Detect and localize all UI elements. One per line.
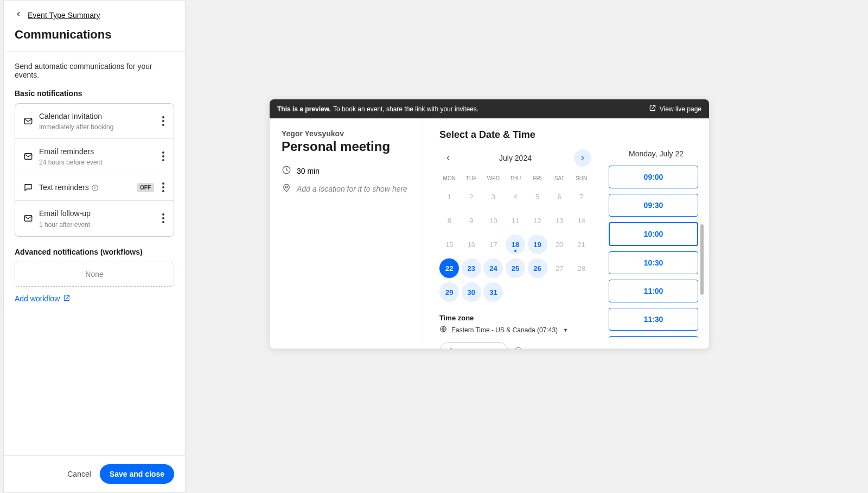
day-of-week-label: TUE xyxy=(462,173,482,184)
globe-icon xyxy=(439,325,447,334)
page-description: Send automatic communications for your e… xyxy=(15,62,174,79)
envelope-icon xyxy=(23,213,34,224)
back-link-label: Event Type Summary xyxy=(28,11,100,20)
timezone-label: Time zone xyxy=(439,314,591,322)
calendar-day: 15 xyxy=(439,235,459,254)
day-of-week-label: MON xyxy=(439,173,459,184)
external-link-icon xyxy=(649,104,656,113)
calendar-day: 10 xyxy=(483,211,503,230)
calendar-day[interactable]: 31 xyxy=(483,282,503,302)
chevron-left-icon xyxy=(15,10,22,20)
day-of-week-label: FRI xyxy=(527,173,547,184)
selected-date-label: Monday, July 22 xyxy=(609,149,704,158)
calendar-day: 16 xyxy=(462,235,481,254)
basic-notifications-label: Basic notifications xyxy=(15,89,174,98)
scrollbar[interactable] xyxy=(700,224,704,295)
back-button[interactable]: Event Type Summary xyxy=(15,10,174,20)
external-link-icon xyxy=(63,294,71,304)
info-icon[interactable] xyxy=(514,346,522,349)
calendar-day: 14 xyxy=(572,211,591,230)
preview-body: Yegor Yevsyukov Personal meeting 30 min … xyxy=(270,118,709,349)
notification-title: Email reminders xyxy=(39,147,158,156)
time-slot[interactable]: 10:30 xyxy=(609,251,698,274)
view-live-page-button[interactable]: View live page xyxy=(649,104,701,113)
duration-row: 30 min xyxy=(282,165,412,176)
calendar-day[interactable]: 25 xyxy=(506,258,525,278)
calendar-day: 21 xyxy=(572,235,591,254)
save-button[interactable]: Save and close xyxy=(100,464,174,484)
calendar-day[interactable]: 26 xyxy=(528,258,547,278)
more-options-button[interactable] xyxy=(158,182,168,192)
calendar-day: 7 xyxy=(572,187,591,206)
calendar-day: 8 xyxy=(439,211,459,230)
calendar-day: 1 xyxy=(439,187,459,206)
troubleshoot-row: Troubleshoot xyxy=(439,342,591,349)
calendar-day[interactable]: 30 xyxy=(462,282,481,302)
notification-title: Text reminders xyxy=(39,182,137,192)
time-slot[interactable]: 10:00 xyxy=(609,222,698,246)
sidebar-footer: Cancel Save and close xyxy=(4,455,185,492)
calendar-day[interactable]: 29 xyxy=(439,282,459,302)
page-title: Communications xyxy=(15,28,174,42)
troubleshoot-button[interactable]: Troubleshoot xyxy=(439,342,508,349)
sidebar-header: Event Type Summary Communications xyxy=(4,1,185,52)
calendar-day[interactable]: 18 xyxy=(506,235,525,254)
more-options-button[interactable] xyxy=(158,116,168,126)
next-month-button[interactable] xyxy=(574,149,591,167)
more-options-button[interactable] xyxy=(158,213,168,223)
timezone-value: Eastern Time - US & Canada (07:43) xyxy=(451,326,558,334)
calendar: July 2024 MONTUEWEDTHUFRISATSUN123456789… xyxy=(439,149,591,338)
day-of-week-label: WED xyxy=(483,173,503,184)
calendar-day: 2 xyxy=(462,187,481,206)
location-pin-icon xyxy=(282,183,291,194)
preview-bar-text: This is a preview. To book an event, sha… xyxy=(277,105,478,113)
booking-area: Select a Date & Time July 2024 MONTUEWED… xyxy=(424,118,709,349)
calendar-day: 11 xyxy=(506,211,525,230)
times-column: Monday, July 22 09:0009:3010:0010:3011:0… xyxy=(609,149,704,338)
host-name: Yegor Yevsyukov xyxy=(282,129,412,138)
tool-icon xyxy=(448,347,455,349)
cancel-button[interactable]: Cancel xyxy=(67,470,91,478)
day-of-week-label: THU xyxy=(506,173,526,184)
select-date-time-title: Select a Date & Time xyxy=(439,129,704,141)
notification-row[interactable]: Calendar invitationImmediately after boo… xyxy=(15,104,174,139)
prev-month-button[interactable] xyxy=(439,149,457,167)
notification-row[interactable]: Email follow-up1 hour after event xyxy=(15,201,174,236)
time-slot[interactable]: 09:30 xyxy=(609,194,698,217)
notification-row[interactable]: Email reminders24 hours before event xyxy=(15,139,174,174)
calendar-day[interactable]: 22 xyxy=(439,258,459,278)
sidebar: Event Type Summary Communications Send a… xyxy=(3,0,186,493)
advanced-notifications-label: Advanced notifications (workflows) xyxy=(15,248,174,256)
add-workflow-label: Add workflow xyxy=(15,294,60,303)
duration-label: 30 min xyxy=(297,167,320,175)
info-icon[interactable] xyxy=(89,183,99,192)
time-slot[interactable]: 09:00 xyxy=(609,166,698,188)
month-label: July 2024 xyxy=(499,154,532,162)
time-slot[interactable]: 12:00 xyxy=(609,336,698,338)
day-of-week-label: SUN xyxy=(571,173,591,184)
time-slot[interactable]: 11:30 xyxy=(609,308,698,331)
calendar-day: 5 xyxy=(528,187,547,206)
calendar-day[interactable]: 19 xyxy=(528,235,547,254)
notification-title: Email follow-up xyxy=(39,208,158,218)
calendar-day: 28 xyxy=(572,258,591,278)
more-options-button[interactable] xyxy=(158,151,168,161)
preview-bar: This is a preview. To book an event, sha… xyxy=(270,99,709,118)
timezone-section: Time zone Eastern Time - US & Canada (07… xyxy=(439,314,591,334)
svg-point-5 xyxy=(285,186,288,188)
time-slots-list: 09:0009:3010:0010:3011:0011:3012:00 xyxy=(609,166,704,338)
location-row[interactable]: Add a location for it to show here xyxy=(282,183,412,194)
day-of-week-label: SAT xyxy=(550,173,570,184)
event-title: Personal meeting xyxy=(282,139,412,154)
time-slot[interactable]: 11:00 xyxy=(609,280,698,302)
calendar-day[interactable]: 23 xyxy=(462,258,481,278)
calendar-grid: MONTUEWEDTHUFRISATSUN1234567891011121314… xyxy=(439,173,591,303)
add-workflow-button[interactable]: Add workflow xyxy=(15,294,174,304)
notification-row[interactable]: Text remindersOFF xyxy=(15,174,174,201)
clock-icon xyxy=(282,165,291,176)
calendar-day[interactable]: 24 xyxy=(483,258,503,278)
timezone-selector[interactable]: Eastern Time - US & Canada (07:43) ▼ xyxy=(439,325,591,334)
calendar-day: 27 xyxy=(550,258,569,278)
caret-down-icon: ▼ xyxy=(563,327,568,333)
envelope-icon xyxy=(23,151,34,162)
